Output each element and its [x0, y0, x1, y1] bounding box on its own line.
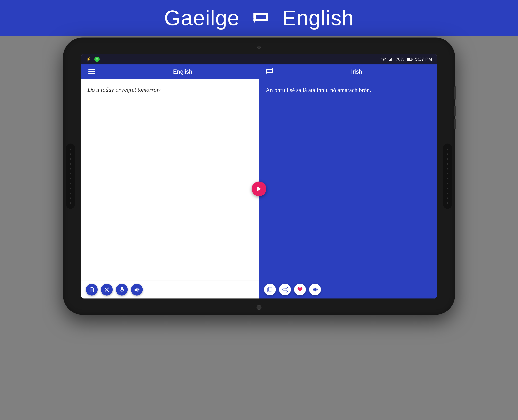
svg-point-6	[383, 60, 384, 61]
source-text[interactable]: Do it today or regret tomorrow	[81, 79, 259, 281]
svg-rect-14	[88, 69, 95, 70]
banner-title-left: Gaeilge	[164, 6, 240, 30]
favourite-button[interactable]	[294, 284, 306, 295]
toolbar-language-left[interactable]: English	[102, 68, 263, 75]
svg-marker-32	[135, 288, 138, 292]
home-button[interactable]	[256, 305, 262, 310]
svg-rect-13	[412, 59, 412, 60]
app-toolbar: English Irish	[81, 64, 437, 79]
copy-translation-button[interactable]	[264, 284, 276, 295]
svg-rect-24	[91, 287, 93, 288]
svg-rect-7	[389, 60, 390, 61]
tablet-device: ⚡ ◎	[63, 38, 455, 315]
speaker-right	[443, 143, 452, 209]
clear-button[interactable]	[101, 284, 113, 296]
menu-button[interactable]	[81, 69, 102, 74]
volume-up-button[interactable]	[454, 106, 456, 116]
speaker-left	[66, 143, 75, 209]
svg-point-36	[286, 287, 288, 288]
right-panel: An bhfuil sé sa lá atá inniu nó amárach …	[259, 79, 437, 299]
battery-icon	[407, 58, 413, 61]
status-left-icons: ⚡ ◎	[86, 57, 100, 62]
signal-icon	[389, 57, 393, 61]
top-banner: Gaeilge English	[0, 0, 518, 36]
svg-marker-41	[313, 288, 316, 292]
svg-rect-35	[269, 287, 272, 291]
svg-rect-18	[266, 69, 267, 72]
toolbar-swap-button[interactable]	[263, 68, 276, 76]
banner-title-right: English	[282, 6, 354, 30]
svg-line-40	[284, 290, 286, 291]
svg-rect-1	[254, 13, 256, 19]
usb-icon: ⚡	[86, 57, 91, 62]
svg-line-39	[284, 288, 286, 289]
svg-point-37	[282, 289, 284, 290]
volume-down-button[interactable]	[454, 119, 456, 129]
svg-rect-10	[393, 57, 393, 61]
swap-icon[interactable]	[253, 11, 269, 24]
translation-area: Do it today or regret tomorrow	[81, 79, 437, 299]
svg-rect-8	[390, 59, 391, 61]
left-action-buttons	[81, 281, 259, 299]
battery-percent: 70%	[396, 57, 404, 62]
svg-rect-30	[121, 287, 123, 290]
device-screen: ⚡ ◎	[81, 54, 437, 299]
notification-icon: ◎	[94, 57, 100, 62]
svg-rect-12	[407, 58, 410, 60]
power-button[interactable]	[454, 86, 456, 99]
translated-text: An bhfuil sé sa lá atá inniu nó amárach …	[259, 79, 437, 281]
mic-button[interactable]	[116, 284, 128, 296]
speaker-button-left[interactable]	[131, 284, 143, 296]
clipboard-button[interactable]	[86, 284, 98, 296]
svg-rect-21	[272, 69, 273, 73]
wifi-icon	[381, 57, 386, 61]
right-action-buttons	[259, 281, 437, 299]
clock: 5:37 PM	[415, 57, 432, 62]
svg-rect-9	[391, 58, 392, 61]
speaker-button-right[interactable]	[309, 284, 321, 295]
share-button[interactable]	[279, 284, 291, 295]
svg-rect-4	[266, 15, 268, 21]
status-bar: ⚡ ◎	[81, 54, 437, 64]
svg-rect-16	[88, 73, 95, 74]
svg-rect-15	[88, 71, 95, 72]
status-right-icons: 70% 5:37 PM	[381, 57, 432, 62]
svg-point-38	[286, 291, 288, 292]
svg-marker-33	[257, 187, 261, 191]
left-panel: Do it today or regret tomorrow	[81, 79, 259, 299]
camera	[257, 46, 261, 49]
toolbar-language-right[interactable]: Irish	[276, 68, 437, 75]
translate-fab-button[interactable]	[252, 181, 266, 196]
